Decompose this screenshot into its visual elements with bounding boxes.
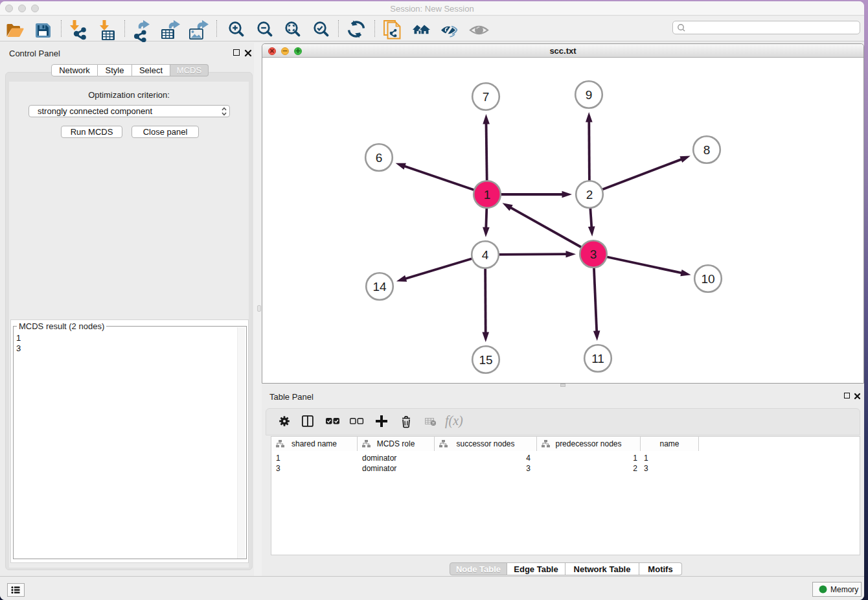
svg-text:2: 2 (586, 188, 593, 202)
svg-text:3: 3 (590, 248, 597, 261)
svg-text:6: 6 (376, 151, 383, 165)
svg-text:14: 14 (372, 280, 387, 294)
svg-text:1: 1 (484, 188, 491, 202)
svg-text:4: 4 (482, 248, 489, 262)
svg-text:7: 7 (483, 90, 490, 104)
svg-text:9: 9 (586, 88, 593, 102)
svg-text:f(x): f(x) (445, 413, 463, 428)
svg-text:8: 8 (703, 143, 711, 157)
svg-text:15: 15 (479, 353, 492, 367)
svg-text:10: 10 (701, 272, 714, 286)
svg-text:11: 11 (591, 352, 604, 365)
